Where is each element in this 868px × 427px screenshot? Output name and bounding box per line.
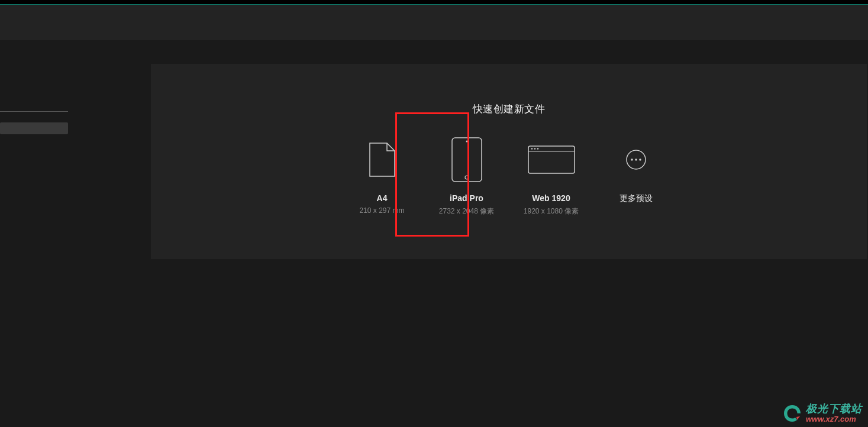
- svg-point-9: [631, 158, 633, 161]
- svg-point-10: [635, 158, 637, 161]
- preset-title: iPad Pro: [450, 193, 483, 203]
- svg-rect-3: [528, 146, 575, 173]
- watermark-url: www.xz7.com: [806, 415, 862, 423]
- preset-web-1920[interactable]: Web 1920 1920 x 1080 像素: [517, 137, 585, 216]
- svg-point-5: [531, 148, 533, 150]
- more-presets-label: 更多预设: [619, 193, 653, 204]
- more-icon: [625, 137, 647, 183]
- watermark: 极光下载站 www.xz7.com: [782, 403, 862, 423]
- svg-point-7: [537, 148, 538, 150]
- window-title-bar: [0, 0, 868, 5]
- svg-rect-0: [452, 138, 482, 182]
- ipad-icon: [451, 137, 482, 183]
- sidebar-item-selected[interactable]: [0, 122, 68, 134]
- preset-subtitle: 210 x 297 mm: [359, 206, 404, 215]
- preset-title: A4: [377, 193, 388, 203]
- document-icon: [369, 137, 395, 183]
- svg-point-11: [639, 158, 641, 161]
- preset-subtitle: 2732 x 2048 像素: [439, 206, 494, 216]
- svg-point-6: [534, 148, 535, 150]
- more-presets-button[interactable]: 更多预设: [602, 137, 670, 216]
- preset-title: Web 1920: [532, 193, 570, 203]
- preset-subtitle: 1920 x 1080 像素: [524, 206, 579, 216]
- preset-ipad-pro[interactable]: iPad Pro 2732 x 2048 像素: [433, 137, 501, 216]
- quick-create-panel: 快速创建新文件 A4 210 x 297 mm: [151, 64, 867, 259]
- svg-point-1: [466, 141, 467, 143]
- sidebar-divider: [0, 111, 68, 112]
- watermark-logo-icon: [782, 403, 802, 423]
- workspace: 快速创建新文件 A4 210 x 297 mm: [0, 40, 868, 427]
- presets-row: A4 210 x 297 mm iPad Pro: [186, 137, 831, 216]
- panel-title: 快速创建新文件: [473, 102, 546, 116]
- browser-icon: [528, 137, 575, 183]
- watermark-title: 极光下载站: [806, 403, 862, 415]
- svg-point-2: [465, 176, 469, 179]
- app-toolbar: [0, 5, 868, 40]
- preset-a4[interactable]: A4 210 x 297 mm: [348, 137, 416, 216]
- main-area: 快速创建新文件 A4 210 x 297 mm: [68, 40, 868, 427]
- left-sidebar: [0, 40, 68, 427]
